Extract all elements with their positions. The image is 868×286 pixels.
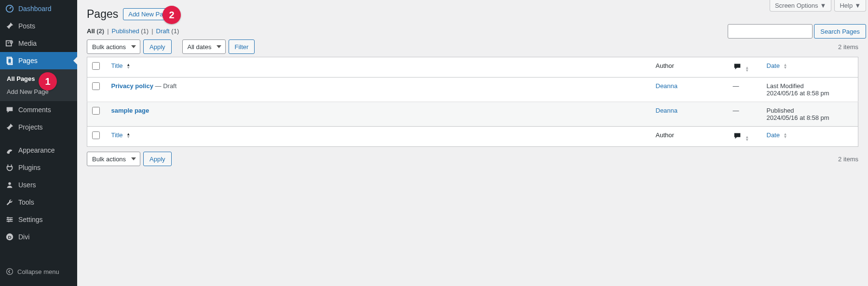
bulk-actions-select[interactable]: Bulk actions (87, 39, 140, 54)
help-button[interactable]: Help ▼ (834, 0, 866, 12)
tools-icon (5, 197, 14, 207)
apply-bulk-button-bottom[interactable]: Apply (143, 152, 172, 166)
chevron-down-icon: ▼ (854, 2, 861, 9)
row-date-stamp: 2024/05/16 at 8:58 pm (767, 90, 854, 97)
sort-icon: ▲▼ (745, 66, 749, 72)
sidebar-item-comments[interactable]: Comments (0, 101, 77, 118)
pin-icon (5, 122, 14, 132)
sidebar-item-media[interactable]: Media (0, 35, 77, 52)
sidebar-item-projects[interactable]: Projects (0, 118, 77, 136)
sidebar-label: Projects (18, 123, 43, 131)
item-count-bottom: 2 items (838, 156, 858, 163)
filter-all[interactable]: All (2) (87, 27, 104, 35)
column-title[interactable]: Title ▲▼ (107, 57, 651, 78)
sidebar-item-posts[interactable]: Posts (0, 17, 77, 35)
separator: | (107, 27, 108, 35)
sort-icon: ▲▼ (126, 133, 130, 139)
search-input[interactable] (728, 24, 813, 39)
screen-options-label: Screen Options (775, 2, 818, 9)
collapse-icon (5, 267, 14, 276)
table-header-row: Title ▲▼ Author ▲▼ Date ▲▼ (87, 57, 858, 78)
sort-icon: ▲▼ (126, 64, 130, 69)
row-author-link[interactable]: Deanna (656, 107, 678, 114)
table-row: sample page Deanna — Published 2024/05/1… (87, 102, 858, 127)
collapse-label: Collapse menu (17, 268, 59, 275)
sidebar-label: Settings (18, 216, 43, 223)
column-title[interactable]: Title ▲▼ (107, 127, 651, 147)
pin-icon (5, 21, 14, 31)
bulk-actions-select-bottom[interactable]: Bulk actions (87, 152, 140, 166)
settings-icon (5, 215, 14, 224)
row-status-suffix: — Draft (153, 82, 176, 90)
svg-point-9 (7, 269, 13, 275)
plugins-icon (5, 163, 14, 172)
column-date[interactable]: Date ▲▼ (762, 57, 858, 78)
comment-icon (733, 134, 742, 142)
comment-icon (733, 65, 742, 72)
item-count-top: 2 items (838, 43, 858, 51)
sidebar-label: Comments (18, 106, 51, 114)
row-date-status: Last Modified (767, 82, 854, 90)
svg-point-2 (8, 42, 9, 44)
sidebar-item-settings[interactable]: Settings (0, 211, 77, 228)
column-author: Author (651, 57, 728, 78)
tablenav-top: Bulk actions Apply All dates Filter 2 it… (87, 39, 858, 54)
row-author-link[interactable]: Deanna (656, 82, 678, 90)
sidebar-item-plugins[interactable]: Plugins (0, 159, 77, 176)
row-title-link[interactable]: sample page (111, 107, 149, 114)
sidebar-label: Tools (18, 198, 34, 206)
apply-bulk-button[interactable]: Apply (143, 39, 172, 54)
column-author: Author (651, 127, 728, 147)
pages-icon (5, 56, 14, 65)
select-all-checkbox[interactable] (92, 62, 100, 70)
sidebar-label: Users (18, 181, 36, 189)
annotation-badge-1: 1 (39, 72, 57, 91)
chevron-down-icon: ▼ (820, 2, 827, 9)
filter-published-label: Published (112, 27, 139, 35)
row-title-link[interactable]: Privacy policy (111, 82, 153, 90)
row-checkbox[interactable] (92, 107, 100, 115)
sidebar-item-pages[interactable]: Pages (0, 52, 77, 69)
collapse-menu-button[interactable]: Collapse menu (0, 263, 77, 280)
svg-text:D: D (8, 234, 11, 240)
tablenav-bottom: Bulk actions Apply 2 items (87, 152, 858, 166)
sidebar-item-dashboard[interactable]: Dashboard (0, 0, 77, 17)
filter-button[interactable]: Filter (229, 39, 255, 54)
sort-icon: ▲▼ (745, 136, 749, 142)
sidebar-label: Divi (18, 233, 29, 241)
media-icon (5, 39, 14, 48)
row-date-stamp: 2024/05/16 at 8:58 pm (767, 114, 854, 121)
filter-all-label: All (87, 27, 95, 35)
column-comments[interactable]: ▲▼ (728, 127, 762, 147)
sidebar-subitem-add-new-page[interactable]: Add New Page (0, 85, 77, 98)
sidebar-item-users[interactable]: Users (0, 176, 77, 194)
sidebar-label: Pages (18, 57, 38, 65)
sort-icon: ▲▼ (784, 133, 787, 139)
sidebar-item-divi[interactable]: D Divi (0, 228, 77, 246)
select-all-checkbox-bottom[interactable] (92, 131, 100, 139)
filter-all-count: (2) (96, 27, 104, 35)
sidebar-item-appearance[interactable]: Appearance (0, 142, 77, 159)
svg-point-6 (8, 182, 11, 185)
sidebar-item-tools[interactable]: Tools (0, 194, 77, 211)
search-box: Search Pages (728, 24, 866, 39)
annotation-badge-2: 2 (163, 6, 181, 24)
filter-draft-label: Draft (156, 27, 170, 35)
appearance-icon (5, 145, 14, 155)
row-date: Last Modified 2024/05/16 at 8:58 pm (762, 78, 858, 102)
search-pages-button[interactable]: Search Pages (814, 24, 866, 39)
filter-published[interactable]: Published (1) (112, 27, 149, 35)
column-date[interactable]: Date ▲▼ (762, 127, 858, 147)
sidebar-label: Posts (18, 22, 35, 30)
column-comments[interactable]: ▲▼ (728, 57, 762, 78)
screen-options-button[interactable]: Screen Options ▼ (770, 0, 831, 12)
sidebar-submenu-pages: All Pages Add New Page (0, 69, 77, 101)
sort-icon: ▲▼ (784, 64, 787, 69)
date-filter-select[interactable]: All dates (182, 39, 226, 54)
table-footer-row: Title ▲▼ Author ▲▼ Date ▲▼ (87, 127, 858, 147)
row-checkbox[interactable] (92, 82, 100, 90)
filter-draft[interactable]: Draft (1) (156, 27, 179, 35)
row-date: Published 2024/05/16 at 8:58 pm (762, 102, 858, 127)
dashboard-icon (5, 4, 14, 13)
column-date-label: Date (767, 62, 780, 69)
